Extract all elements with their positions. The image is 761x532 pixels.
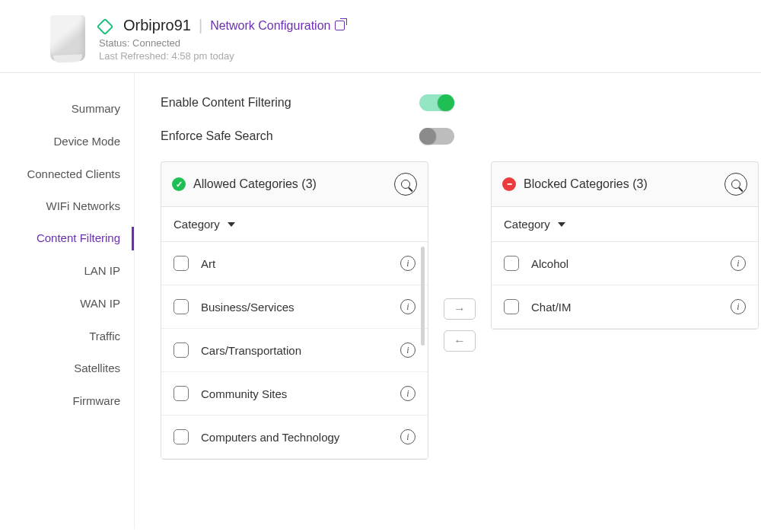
blocked-category-sort[interactable]: Category (492, 207, 758, 242)
toggle-safe-search[interactable] (419, 128, 454, 145)
item-label: Community Sites (201, 387, 287, 400)
checkbox[interactable] (504, 299, 519, 314)
sidebar-item-lan-ip[interactable]: LAN IP (0, 255, 134, 288)
allowed-categories-panel: ✓ Allowed Categories (3) Category (161, 161, 428, 460)
device-status-icon (97, 18, 114, 35)
allowed-list: Art i Business/Services i (161, 242, 428, 459)
info-icon[interactable]: i (731, 256, 746, 271)
sidebar-item-label: Content Filtering (37, 231, 120, 244)
checkbox[interactable] (174, 256, 189, 271)
network-config-label: Network Configuration (210, 19, 330, 33)
status-value: Connected (132, 37, 180, 49)
sidebar-item-satellites[interactable]: Satellites (0, 352, 134, 385)
transfer-controls: → ← (444, 298, 476, 352)
main-content: Enable Content Filtering Enforce Safe Se… (135, 73, 761, 529)
device-image (50, 15, 85, 61)
info-icon[interactable]: i (400, 342, 416, 358)
item-label: Chat/IM (531, 301, 572, 314)
list-item: Art i (161, 242, 428, 285)
allowed-list-wrap: Art i Business/Services i (161, 242, 428, 459)
arrow-right-icon: → (454, 302, 466, 316)
list-item: Business/Services i (161, 285, 428, 329)
panel-header: ✓ Allowed Categories (3) (161, 162, 428, 207)
blocked-list: Alcohol i Chat/IM i (492, 242, 758, 329)
sidebar-item-summary[interactable]: Summary (0, 93, 134, 126)
category-panels: ✓ Allowed Categories (3) Category (161, 161, 761, 460)
page-header: Orbipro91 | Network Configuration Status… (0, 0, 761, 73)
status-line: Status: Connected (99, 37, 345, 49)
toggle-knob (438, 94, 454, 111)
move-left-button[interactable]: ← (444, 330, 476, 352)
setting-label: Enable Content Filtering (161, 96, 419, 110)
list-item: Computers and Technology i (161, 416, 428, 459)
checkbox[interactable] (504, 256, 519, 271)
sidebar-item-content-filtering[interactable]: Content Filtering (0, 222, 134, 255)
sidebar-item-wan-ip[interactable]: WAN IP (0, 288, 134, 320)
setting-label: Enforce Safe Search (161, 129, 419, 143)
checkbox[interactable] (174, 429, 189, 444)
search-icon (401, 180, 410, 189)
search-blocked-button[interactable] (724, 173, 747, 196)
list-item: Chat/IM i (492, 285, 758, 329)
checkbox[interactable] (174, 299, 189, 314)
info-icon[interactable]: i (400, 386, 416, 401)
blocked-categories-panel: ━ Blocked Categories (3) Category (491, 161, 759, 330)
item-label: Cars/Transportation (201, 344, 301, 357)
item-label: Art (201, 257, 215, 270)
panel-title-text: Blocked Categories (3) (524, 177, 648, 191)
list-item: Cars/Transportation i (161, 329, 428, 372)
panel-header: ━ Blocked Categories (3) (492, 162, 758, 207)
arrow-left-icon: ← (454, 334, 466, 348)
separator: | (199, 17, 202, 34)
item-label: Alcohol (531, 257, 568, 270)
info-icon[interactable]: i (731, 299, 746, 314)
refreshed-label: Last Refreshed: (99, 50, 169, 62)
allowed-category-sort[interactable]: Category (161, 207, 428, 242)
sidebar-item-device-mode[interactable]: Device Mode (0, 126, 134, 158)
list-item: Community Sites i (161, 372, 428, 416)
info-icon[interactable]: i (400, 256, 416, 271)
column-header-label: Category (504, 218, 550, 231)
status-label: Status: (99, 37, 129, 49)
item-label: Business/Services (201, 301, 295, 314)
column-header-label: Category (174, 218, 220, 231)
sidebar: Summary Device Mode Connected Clients WI… (0, 73, 135, 529)
sidebar-item-label: Connected Clients (27, 167, 120, 180)
chevron-down-icon (558, 222, 565, 227)
sidebar-item-traffic[interactable]: Traffic (0, 320, 134, 353)
toggle-knob (419, 128, 436, 145)
search-allowed-button[interactable] (394, 173, 417, 196)
check-icon: ✓ (172, 177, 186, 191)
info-icon[interactable]: i (400, 429, 416, 444)
header-text: Orbipro91 | Network Configuration Status… (99, 15, 345, 62)
item-label: Computers and Technology (201, 431, 339, 444)
toggle-enable-content-filtering[interactable] (419, 94, 454, 111)
checkbox[interactable] (174, 342, 189, 358)
device-name: Orbipro91 (123, 17, 191, 34)
setting-enable-content-filtering: Enable Content Filtering (161, 94, 761, 111)
search-icon (731, 180, 740, 189)
list-item: Alcohol i (492, 242, 758, 285)
chevron-down-icon (228, 222, 235, 227)
body: Summary Device Mode Connected Clients WI… (0, 73, 761, 529)
scrollbar[interactable] (421, 247, 425, 346)
sidebar-item-connected-clients[interactable]: Connected Clients (0, 158, 134, 190)
panel-title-text: Allowed Categories (3) (193, 177, 317, 191)
external-link-icon (335, 21, 345, 30)
setting-safe-search: Enforce Safe Search (161, 128, 761, 145)
blocked-icon: ━ (502, 177, 516, 191)
sidebar-item-firmware[interactable]: Firmware (0, 385, 134, 418)
refreshed-line: Last Refreshed: 4:58 pm today (99, 50, 345, 62)
network-configuration-link[interactable]: Network Configuration (210, 19, 345, 33)
sidebar-item-wifi-networks[interactable]: WIFi Networks (0, 190, 134, 223)
refreshed-value: 4:58 pm today (171, 50, 234, 62)
move-right-button[interactable]: → (444, 298, 476, 320)
info-icon[interactable]: i (400, 299, 416, 314)
checkbox[interactable] (174, 386, 189, 401)
